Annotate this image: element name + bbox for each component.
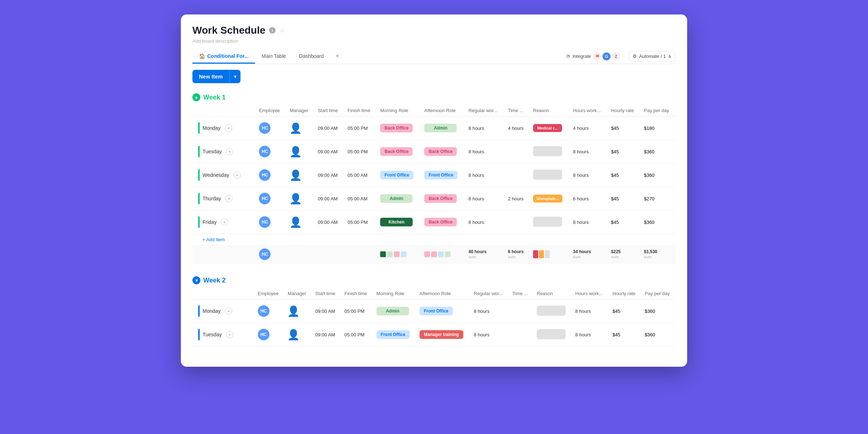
day-cell: Monday + [192, 116, 255, 140]
afternoon-role-cell[interactable]: Back Office [421, 210, 465, 234]
manager-avatar: 👤 [290, 169, 301, 181]
manager-avatar: 👤 [290, 216, 301, 228]
new-item-dropdown-arrow[interactable]: ▾ [229, 71, 241, 83]
finish-time: 05:00 AM [348, 173, 367, 178]
integrate-button[interactable]: ⟳ Integrate ✉ G Z [563, 50, 624, 63]
morning-role-cell[interactable]: Front Office [373, 323, 416, 346]
avatar: HC [258, 329, 269, 340]
manager-cell: 👤 [286, 116, 314, 140]
afternoon-role-cell[interactable]: Front Office [416, 299, 470, 323]
day-name: Tuesday [203, 149, 222, 154]
avatar: HC [259, 193, 271, 204]
week1-toggle[interactable]: ● [192, 93, 200, 101]
add-item-row[interactable]: + Add Item [192, 234, 676, 246]
start-time-cell: 09:00 AM [312, 299, 341, 323]
add-row-button[interactable]: + [225, 124, 232, 132]
pay-per-day: $360 [644, 149, 655, 154]
manager-cell: 👤 [284, 299, 312, 323]
finish-time-cell: 05:00 PM [341, 323, 373, 346]
col-hourly-rate-w2: Hourly rate [609, 288, 641, 299]
add-row-button[interactable]: + [234, 171, 241, 179]
day-cell: Tuesday + [192, 323, 254, 346]
new-item-button[interactable]: New Item ▾ [192, 70, 241, 83]
afternoon-role-badge: Admin [424, 124, 457, 132]
add-row-button[interactable]: + [225, 307, 232, 315]
row-bar [198, 169, 200, 181]
add-row-button[interactable]: + [225, 195, 233, 202]
afternoon-role-badge: Back Office [424, 218, 457, 226]
week2-header: ▾ Week 2 [192, 272, 676, 288]
afternoon-role-cell[interactable]: Back Office [421, 140, 465, 163]
morning-role-cell[interactable]: Back Office [376, 140, 421, 163]
sum-hours-worked-label: sum [573, 255, 580, 259]
info-icon[interactable]: i [269, 27, 276, 34]
add-row-button[interactable]: + [221, 218, 228, 226]
employee-cell: HC [255, 210, 286, 234]
week1-title: Week 1 [203, 94, 226, 101]
sum-pay-per-day-label: sum [644, 255, 652, 259]
afternoon-role-cell[interactable]: Front Office [421, 163, 465, 187]
board-description[interactable]: Add board description [192, 38, 676, 44]
avatar: HC [259, 146, 271, 157]
row-bar [198, 305, 200, 317]
hourly-rate: $45 [613, 309, 621, 314]
afternoon-role-cell[interactable]: Admin [421, 116, 465, 140]
hourly-rate-cell: $45 [608, 187, 641, 210]
add-row-button[interactable]: + [226, 148, 233, 155]
tab-conditional[interactable]: 🏠 Conditional For... [192, 50, 255, 64]
row-bar [198, 146, 200, 157]
star-icon[interactable]: ☆ [279, 26, 285, 34]
morning-role-cell[interactable]: Front Office [376, 163, 421, 187]
tab-main-table[interactable]: Main Table [255, 50, 292, 64]
add-item-label[interactable]: + Add Item [192, 234, 676, 246]
pay-per-day-cell: $360 [641, 210, 676, 234]
col-hourly-rate: Hourly rate [608, 105, 641, 116]
reason-cell [529, 210, 570, 234]
employee-cell: HC [254, 299, 284, 323]
swatch-front-office [401, 251, 407, 257]
google-icon: G [603, 52, 610, 60]
hours-worked-cell: 8 hours [569, 163, 607, 187]
tab-add[interactable]: + [330, 49, 344, 64]
sum-reason-cell [529, 246, 570, 263]
automate-label: Automate / 1 [639, 54, 666, 59]
morning-role-cell[interactable]: Admin [373, 299, 416, 323]
add-row-button[interactable]: + [226, 331, 233, 338]
morning-role-cell[interactable]: Back Office [376, 116, 421, 140]
pay-per-day: $360 [644, 173, 655, 178]
hours-worked-cell: 8 hours [569, 210, 607, 234]
gmail-icon: ✉ [593, 52, 601, 60]
reason-cell [533, 323, 572, 346]
sum-hours-worked-cell: 34 hours sum [569, 246, 607, 263]
time-off-cell [509, 299, 533, 323]
morning-role-badge: Front Office [380, 171, 413, 179]
afternoon-role-cell[interactable]: Back Office [421, 187, 465, 210]
sum-employee-cell: HC [255, 246, 286, 263]
tab-conditional-label: Conditional For... [207, 53, 248, 59]
page-title: Work Schedule [192, 25, 265, 36]
afternoon-role-cell[interactable]: Manager training [416, 323, 470, 346]
row-bar [198, 329, 200, 340]
hourly-rate: $45 [611, 196, 619, 201]
automate-button[interactable]: ⚙ Automate / 1 ∧ [629, 51, 676, 61]
sum-regular-cell: 40 hours sum [465, 246, 504, 263]
reason-empty [537, 329, 566, 339]
manager-avatar: 👤 [288, 305, 299, 317]
tab-dashboard[interactable]: Dashboard [293, 50, 331, 64]
morning-role-badge: Kitchen [380, 218, 413, 226]
reason-swatch-empty [545, 250, 550, 258]
sum-morning-cell [376, 246, 421, 263]
morning-role-cell[interactable]: Kitchen [376, 210, 421, 234]
col-time: Time ... [504, 105, 529, 116]
sum-manager-cell [286, 246, 314, 263]
reason-badge: Medical r... [533, 124, 562, 132]
morning-role-cell[interactable]: Admin [376, 187, 421, 210]
week2-toggle[interactable]: ▾ [192, 276, 200, 284]
regular-hours-cell: 8 hours [465, 116, 504, 140]
col-reason-w2: Reason [533, 288, 572, 299]
week1-header: ● Week 1 [192, 89, 676, 105]
row-bar [198, 216, 200, 228]
week2-table: Employee Manager Start time Finish time … [192, 288, 676, 346]
finish-time: 05:00 PM [348, 125, 368, 131]
finish-time-cell: 05:00 PM [344, 140, 376, 163]
